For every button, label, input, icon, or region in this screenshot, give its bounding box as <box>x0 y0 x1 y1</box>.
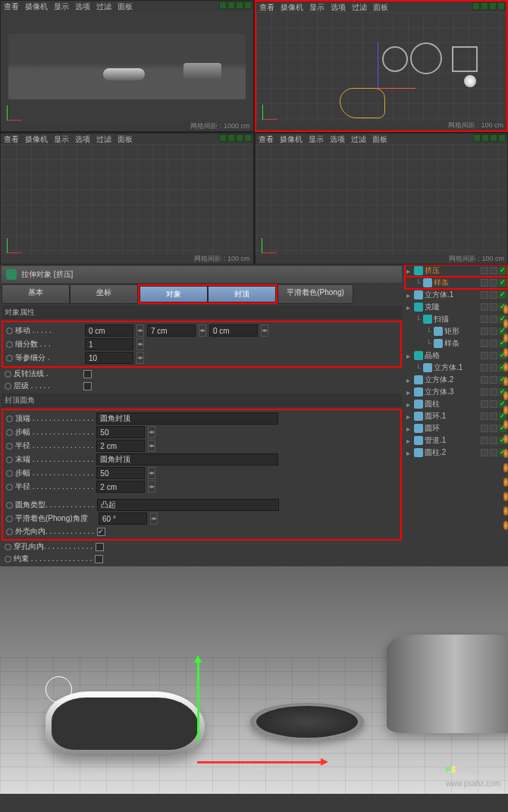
visibility-toggle[interactable] <box>481 340 488 347</box>
render-preview[interactable]: Ui-cn PS爱好者 www.psahz.com <box>0 566 508 794</box>
object-row[interactable]: ▸ 立方体.1 ✓ <box>405 289 508 301</box>
visibility-toggle[interactable] <box>481 315 488 323</box>
object-label: 克隆 <box>425 302 479 312</box>
object-row[interactable]: └ 矩形 ✓ <box>405 325 508 337</box>
object-row[interactable]: ▸ 圆环.1 ✓ <box>405 410 508 422</box>
visibility-toggle[interactable] <box>481 449 488 456</box>
spinner[interactable]: ◂▸ <box>199 324 206 337</box>
visibility-toggle[interactable] <box>481 364 488 372</box>
move-y-input[interactable] <box>147 324 196 337</box>
visibility-toggle[interactable] <box>481 425 488 432</box>
cap-steps1-input[interactable] <box>96 426 145 438</box>
axis-gizmo <box>262 97 285 120</box>
visibility-toggle[interactable] <box>481 279 488 287</box>
render-toggle[interactable] <box>490 388 497 396</box>
object-row[interactable]: ▸ 立方体.2 ✓ <box>405 374 508 386</box>
spinner[interactable]: ◂▸ <box>261 324 268 337</box>
tab-basic[interactable]: 基本 <box>2 284 70 304</box>
render-toggle[interactable] <box>490 291 497 299</box>
tab-caps[interactable]: 封顶 <box>208 286 276 303</box>
render-toggle[interactable] <box>490 425 497 432</box>
visibility-toggle[interactable] <box>481 352 488 359</box>
object-row[interactable]: ▸ 圆环 ✓ <box>405 422 508 434</box>
subdiv-input[interactable] <box>85 338 133 350</box>
hierarchy-checkbox[interactable] <box>83 382 92 390</box>
visibility-toggle[interactable] <box>481 303 488 311</box>
object-label: 立方体.3 <box>425 387 479 397</box>
object-row[interactable]: ▸ 管道.1 ✓ <box>405 434 508 447</box>
object-type-icon <box>423 363 432 372</box>
visibility-toggle[interactable] <box>481 376 488 384</box>
object-type-icon <box>423 315 432 324</box>
holes-inward-checkbox[interactable] <box>96 543 104 551</box>
flip-normals-checkbox[interactable] <box>83 370 92 378</box>
blob-object <box>45 691 205 756</box>
fillet-type-select[interactable] <box>97 499 279 511</box>
panel-title: 拉伸对象 [挤压] <box>21 269 73 280</box>
attribute-manager: 拉伸对象 [挤压] 基本 坐标 对象 封顶 平滑着色(Phong) 对象属性 移… <box>0 265 405 566</box>
visibility-toggle[interactable] <box>481 291 488 299</box>
phong-angle-input[interactable] <box>99 513 147 525</box>
viewport-top[interactable]: 查看摄像机显示选项过滤面板 顶视图 网格间距 : 100 cm <box>255 0 509 132</box>
object-row[interactable]: ▸ 克隆 ✓ <box>405 301 508 313</box>
render-toggle[interactable] <box>490 376 497 384</box>
render-toggle[interactable] <box>490 437 497 444</box>
move-x-input[interactable] <box>85 324 133 337</box>
render-toggle[interactable] <box>490 340 497 347</box>
render-toggle[interactable] <box>490 279 497 287</box>
visibility-toggle[interactable] <box>481 388 488 396</box>
object-row[interactable]: └ 样条 ✓ <box>405 337 508 350</box>
center-watermark: Ui-cn <box>244 762 264 771</box>
visibility-toggle[interactable] <box>481 400 488 408</box>
enable-check[interactable]: ✓ <box>499 267 506 274</box>
move-z-input[interactable] <box>209 324 258 337</box>
spinner[interactable]: ◂▸ <box>136 324 144 337</box>
render-toggle[interactable] <box>490 449 497 456</box>
render-toggle[interactable] <box>490 412 497 420</box>
object-type-icon <box>414 400 423 409</box>
object-row[interactable]: └ 样条 ✓ <box>405 277 508 289</box>
object-label: 晶格 <box>425 350 479 361</box>
viewport-right[interactable]: 查看摄像机显示选项过滤面板 右视图 网格间距 : 100 cm <box>0 133 254 265</box>
tab-phong[interactable]: 平滑着色(Phong) <box>278 284 353 304</box>
render-toggle[interactable] <box>490 352 497 359</box>
object-row[interactable]: ▸ 挤压 ✓ <box>405 265 508 277</box>
object-row[interactable]: ▸ 圆柱 ✓ <box>405 398 508 410</box>
tab-object[interactable]: 对象 <box>140 286 208 303</box>
hull-inward-checkbox[interactable] <box>97 528 105 536</box>
visibility-toggle[interactable] <box>481 328 488 335</box>
render-toggle[interactable] <box>490 315 497 323</box>
extrude-icon <box>6 269 17 280</box>
render-toggle[interactable] <box>490 400 497 408</box>
cap-steps2-input[interactable] <box>96 467 145 479</box>
object-row[interactable]: └ 立方体.1 ✓ <box>405 362 508 374</box>
render-toggle[interactable] <box>490 303 497 311</box>
object-label: 圆柱 <box>425 399 479 409</box>
enable-check[interactable]: ✓ <box>499 279 506 287</box>
enable-check[interactable]: ✓ <box>499 291 506 299</box>
constrain-checkbox[interactable] <box>95 555 103 563</box>
visibility-toggle[interactable] <box>481 267 488 274</box>
cap-top-select[interactable] <box>96 412 278 425</box>
cap-radius2-input[interactable] <box>96 481 145 493</box>
object-row[interactable]: ▸ 立方体.3 ✓ <box>405 386 508 398</box>
object-row[interactable]: └ 扫描 ✓ <box>405 313 508 325</box>
isoparm-input[interactable] <box>85 352 133 364</box>
viewport-perspective[interactable]: 查看摄像机显示选项过滤面板 透视视图 网格间距 : 1000 cm <box>0 0 254 132</box>
render-toggle[interactable] <box>490 364 497 372</box>
object-label: 样条 <box>434 277 479 288</box>
visibility-toggle[interactable] <box>481 437 488 444</box>
render-toggle[interactable] <box>490 328 497 335</box>
object-row[interactable]: ▸ 晶格 ✓ <box>405 350 508 362</box>
visibility-toggle[interactable] <box>481 412 488 420</box>
tab-coord[interactable]: 坐标 <box>70 284 138 304</box>
cap-end-select[interactable] <box>96 453 278 466</box>
render-toggle[interactable] <box>490 267 497 274</box>
object-type-icon <box>414 290 423 299</box>
object-row[interactable]: ▸ 圆柱.2 ✓ <box>405 447 508 459</box>
axis-gizmo <box>262 230 284 253</box>
viewport-front[interactable]: 查看摄像机显示选项过滤面板 正视图 网格间距 : 100 cm <box>255 133 509 265</box>
object-type-icon <box>414 375 423 384</box>
cap-radius1-input[interactable] <box>96 440 145 452</box>
axis-gizmo <box>7 98 30 121</box>
